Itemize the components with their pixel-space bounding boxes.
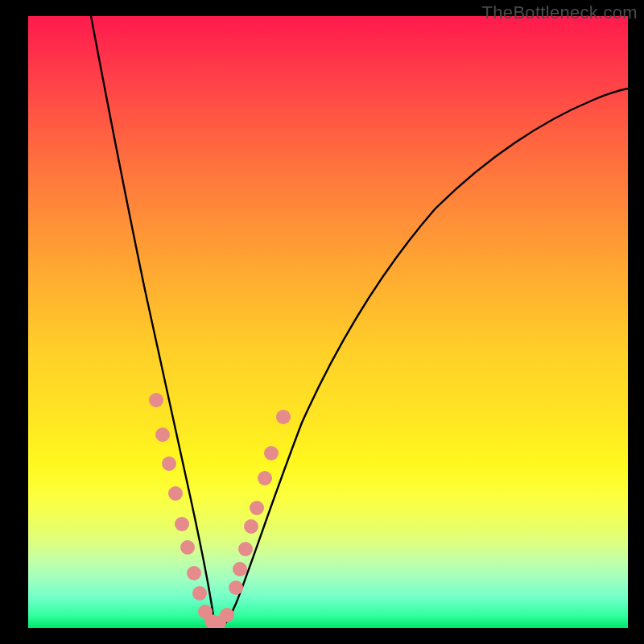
marker-dot: [276, 410, 291, 424]
plot-area: [28, 16, 628, 628]
marker-dot: [155, 427, 170, 442]
marker-dot: [258, 471, 272, 485]
curve-layer: [28, 16, 628, 628]
marker-dot: [238, 542, 253, 556]
marker-dot: [244, 519, 258, 534]
marker-dot: [187, 566, 201, 580]
marker-dot: [175, 517, 189, 531]
curve-right-branch: [221, 89, 628, 628]
marker-dot: [180, 540, 195, 555]
marker-dot: [220, 608, 234, 622]
chart-stage: TheBottleneck.com: [0, 0, 644, 644]
marker-dot: [149, 393, 163, 407]
watermark-text: TheBottleneck.com: [482, 2, 638, 23]
marker-dot: [250, 501, 264, 515]
marker-dot: [168, 486, 183, 501]
marker-dot: [229, 580, 243, 595]
marker-dot: [162, 456, 176, 471]
marker-dot: [264, 446, 279, 460]
marker-dot: [233, 562, 247, 576]
curve-left-branch: [91, 16, 218, 628]
marker-dot: [192, 586, 207, 601]
